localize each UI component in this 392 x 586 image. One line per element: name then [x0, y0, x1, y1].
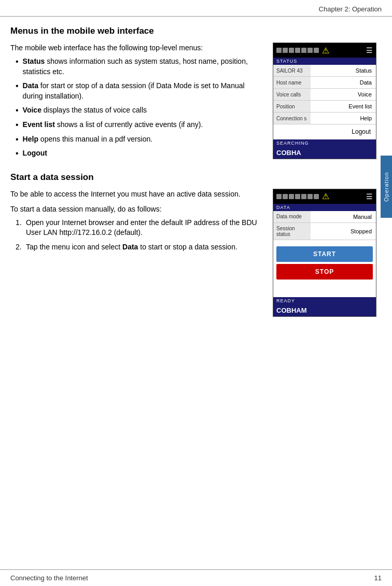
phone2-warning-icon: ⚠ — [322, 191, 329, 201]
signal-dots: ⚠ — [276, 46, 329, 55]
phone1-voice-item: Voice — [311, 89, 376, 100]
section-menus: Menus in the mobile web interface The mo… — [10, 26, 376, 163]
section2-heading: Start a data session — [10, 172, 376, 183]
phone1-row-connection: Connection s Help — [273, 113, 376, 124]
section2-layout: To be able to access the Internet you mu… — [10, 189, 376, 317]
phone1-topbar: ⚠ ☰ — [273, 43, 376, 58]
step-1: 1. Open your Internet browser and enter … — [16, 218, 264, 238]
main-content: Menus in the mobile web interface The mo… — [0, 17, 392, 332]
signal-dot-1 — [276, 48, 282, 53]
phone1-position-label: Position — [273, 101, 311, 112]
phone1-help-item: Help — [311, 113, 376, 124]
phone2-topbar: ⚠ ☰ — [273, 189, 376, 204]
bullet-voice-text: displays the status of voice calls — [41, 106, 147, 114]
step-2-num: 2. — [16, 242, 26, 253]
bullet-logout: Logout — [16, 148, 264, 159]
bullet-status-bold: Status — [23, 57, 45, 65]
phone2-spacer — [273, 240, 376, 244]
phone2-row-sessionstatus: Session status Stopped — [273, 223, 376, 240]
bullet-logout-bold: Logout — [23, 149, 47, 157]
phone2-frame: ⚠ ☰ DATA Data mode Manual Session status — [273, 189, 376, 317]
bullet-help-bold: Help — [23, 135, 38, 143]
phone1-row-position: Position Event list — [273, 101, 376, 113]
signal-dot-7 — [314, 48, 319, 53]
steps-list: 1. Open your Internet browser and enter … — [16, 218, 264, 253]
phone2-spacer2 — [273, 282, 376, 297]
phone2-status-label: DATA — [273, 204, 376, 211]
footer-left: Connecting to the Internet — [10, 574, 88, 582]
phone1-logo: COBHA — [273, 147, 376, 159]
side-tab-operation: Operation — [381, 156, 392, 218]
phone1-data-item: Data — [311, 77, 376, 88]
bullet-eventlist-bold: Event list — [23, 120, 55, 129]
phone1-sailor-label: SAILOR 43 — [273, 65, 311, 76]
phone1-connection-label: Connection s — [273, 113, 311, 124]
phone1-row-hostname: Host name Data — [273, 77, 376, 89]
phone2-signal-dot-6 — [307, 194, 313, 199]
menu-bullet-list: Status shows information such as system … — [16, 57, 264, 159]
section1-intro: The mobile web interface has the followi… — [10, 43, 264, 53]
section1-text: The mobile web interface has the followi… — [10, 43, 264, 163]
phone1-row-sailor: SAILOR 43 Status — [273, 65, 376, 77]
phone1-status-item: Status — [311, 65, 376, 76]
phone2-hamburger-icon[interactable]: ☰ — [366, 192, 373, 201]
phone2-datamode-value: Manual — [311, 211, 376, 222]
section-datasession: Start a data session To be able to acces… — [10, 172, 376, 317]
phone2-row-datamode: Data mode Manual — [273, 211, 376, 223]
footer-right: 11 — [374, 574, 382, 582]
section2-text: To be able to access the Internet you mu… — [10, 189, 264, 317]
bullet-eventlist-text: shows a list of currently active events … — [55, 120, 203, 129]
phone2-mockup: ⚠ ☰ DATA Data mode Manual Session status — [273, 189, 376, 317]
signal-dot-6 — [307, 48, 313, 53]
step-2: 2. Tap the menu icon and select Data to … — [16, 242, 264, 253]
section2-intro1: To be able to access the Internet you mu… — [10, 189, 264, 200]
step-1-text: Open your Internet browser and enter the… — [26, 218, 264, 238]
phone1-bottom-label: SEARCHING — [273, 139, 376, 147]
page-footer: Connecting to the Internet 11 — [0, 569, 392, 586]
bullet-data-bold: Data — [23, 81, 38, 90]
phone2-bottom-label: READY — [273, 297, 376, 304]
phone2-signal-dots: ⚠ — [276, 191, 329, 201]
phone1-hostname-label: Host name — [273, 77, 311, 88]
bullet-data-text: for start or stop of a data session (if … — [23, 81, 245, 100]
phone2-sessionstatus-value: Stopped — [311, 223, 376, 240]
bullet-voice: Voice displays the status of voice calls — [16, 105, 264, 116]
phone2-signal-dot-4 — [295, 194, 300, 199]
signal-dot-2 — [283, 48, 288, 53]
signal-dot-4 — [295, 48, 300, 53]
phone2-signal-dot-3 — [289, 194, 294, 199]
phone2-datamode-label: Data mode — [273, 211, 311, 222]
phone2-sessionstatus-label: Session status — [273, 223, 311, 240]
stop-button[interactable]: STOP — [276, 264, 373, 280]
phone2-signal-dot-1 — [276, 194, 282, 199]
phone1-status-label: STATUS — [273, 58, 376, 65]
phone1-voicecalls-label: Voice calls — [273, 89, 311, 100]
bullet-status: Status shows information such as system … — [16, 57, 264, 77]
start-button[interactable]: START — [276, 246, 373, 262]
signal-dot-5 — [301, 48, 306, 53]
phone1-logout-item: Logout — [273, 124, 376, 139]
chapter-title: Chapter 2: Operation — [319, 5, 382, 13]
section2-intro2: To start a data session manually, do as … — [10, 204, 264, 215]
signal-dot-3 — [289, 48, 294, 53]
bullet-eventlist: Event list shows a list of currently act… — [16, 120, 264, 130]
step-1-num: 1. — [16, 218, 26, 228]
hamburger-icon[interactable]: ☰ — [366, 46, 373, 54]
phone1-eventlist-item: Event list — [311, 101, 376, 112]
phone1-mockup: ⚠ ☰ STATUS SAILOR 43 Status Host name Da — [273, 43, 376, 163]
phone2-signal-dot-5 — [301, 194, 306, 199]
section1-heading: Menus in the mobile web interface — [10, 26, 376, 36]
phone2-signal-dot-2 — [283, 194, 288, 199]
bullet-help-text: opens this manual in a pdf version. — [38, 135, 152, 143]
phone1-frame: ⚠ ☰ STATUS SAILOR 43 Status Host name Da — [273, 43, 376, 159]
step-2-text: Tap the menu icon and select Data to sta… — [26, 242, 237, 253]
bullet-status-text: shows information such as system status,… — [23, 57, 248, 76]
bullet-voice-bold: Voice — [23, 106, 41, 114]
section1-layout: The mobile web interface has the followi… — [10, 43, 376, 163]
phone1-row-voice: Voice calls Voice — [273, 89, 376, 101]
bullet-data: Data for start or stop of a data session… — [16, 81, 264, 101]
warning-icon: ⚠ — [322, 46, 329, 55]
page-header: Chapter 2: Operation — [0, 0, 392, 17]
phone2-logo: COBHAM — [273, 304, 376, 316]
bullet-help: Help opens this manual in a pdf version. — [16, 134, 264, 145]
